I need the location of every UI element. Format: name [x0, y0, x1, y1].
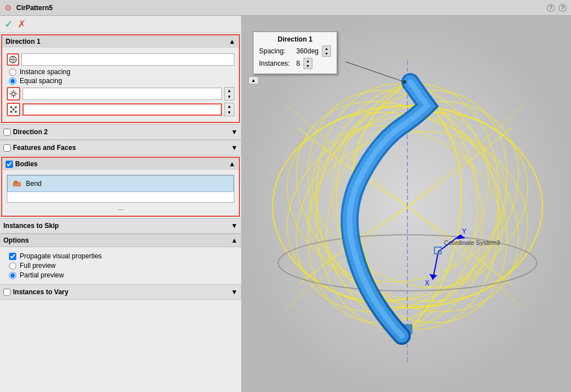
full-preview-radio[interactable]: [9, 262, 16, 270]
features-faces-label-row: Features and Faces: [3, 144, 76, 152]
svg-point-4: [15, 106, 17, 108]
instances-icon: [7, 103, 20, 116]
spacing-input[interactable]: 360.00deg: [22, 88, 222, 100]
direction1-header[interactable]: Direction 1 ▲: [2, 35, 239, 48]
svg-rect-9: [14, 181, 17, 183]
title-text: CirPattern5: [16, 4, 53, 12]
features-faces-section-header[interactable]: Features and Faces ▼: [0, 140, 241, 156]
bodies-title: Bodies: [15, 160, 38, 168]
body-item-bend[interactable]: Bend: [7, 175, 234, 192]
propagate-checkbox[interactable]: [9, 253, 16, 260]
partial-preview-label: Partial preview: [20, 271, 64, 279]
features-faces-title: Features and Faces: [13, 144, 76, 152]
equal-spacing-radio[interactable]: Equal spacing: [7, 77, 234, 85]
options-section-header[interactable]: Options ▲: [0, 234, 241, 247]
instances-vary-checkbox[interactable]: [3, 289, 11, 296]
cancel-button[interactable]: ✗: [17, 18, 26, 30]
direction1-section: Direction 1 ▲ Axis2: [1, 34, 240, 123]
popup-instances-row: Instances: 8 ▲ ▼: [259, 58, 331, 69]
toolbar: ✓ ✗: [0, 16, 241, 33]
direction-popup: Direction 1 Spacing: 360deg ▲ ▼ Instance…: [253, 31, 337, 74]
instance-spacing-radio[interactable]: Instance spacing: [7, 68, 234, 76]
title-bar: ⚙ CirPattern5 ? ?: [0, 0, 571, 16]
spacing-spinner-buttons: ▲ ▼: [224, 87, 234, 101]
svg-text:X: X: [425, 279, 429, 287]
direction1-content: Axis2 Instance spacing Equal spacing: [2, 48, 239, 122]
popup-instances-label: Instances:: [259, 60, 293, 67]
popup-spacing-label: Spacing:: [259, 47, 293, 55]
instance-spacing-label: Instance spacing: [20, 68, 70, 76]
axis-input[interactable]: Axis2: [21, 53, 234, 66]
popup-spacing-value: 360deg: [296, 47, 319, 55]
popup-instances-spinner: ▲ ▼: [303, 58, 312, 69]
direction1-collapse-icon: ▲: [229, 38, 235, 45]
instances-spinner-buttons: ▲ ▼: [224, 103, 234, 116]
popup-title: Direction 1: [259, 35, 331, 43]
popup-instances-up[interactable]: ▲: [304, 58, 312, 63]
popup-spacing-up[interactable]: ▲: [323, 46, 330, 51]
features-faces-checkbox[interactable]: [3, 144, 11, 152]
full-preview-row: Full preview: [9, 262, 232, 270]
options-content: Propagate visual properties Full preview…: [0, 247, 241, 284]
instances-skip-title: Instances to Skip: [3, 222, 59, 230]
direction1-title: Direction 1: [6, 38, 40, 45]
instances-down-button[interactable]: ▼: [225, 110, 234, 116]
svg-point-7: [12, 108, 15, 111]
svg-point-3: [10, 106, 12, 108]
popup-instances-down[interactable]: ▼: [304, 63, 312, 69]
instances-vary-title: Instances to Vary: [13, 288, 69, 296]
direction2-checkbox[interactable]: [3, 129, 11, 136]
spacing-down-button[interactable]: ▼: [225, 94, 234, 100]
partial-preview-radio[interactable]: [9, 272, 16, 279]
svg-point-5: [10, 111, 12, 113]
instances-vary-section-header[interactable]: Instances to Vary ▼: [0, 284, 241, 300]
direction2-section-header[interactable]: Direction 2 ▼: [0, 124, 241, 140]
instances-input[interactable]: 8: [22, 103, 222, 116]
vary-label-row: Instances to Vary: [3, 288, 69, 296]
bodies-checkbox[interactable]: [6, 161, 13, 168]
svg-text:Y: Y: [462, 227, 466, 235]
axis-input-row: Axis2: [7, 53, 234, 66]
body-icon: [11, 178, 22, 189]
bodies-content: Bend —: [2, 170, 239, 216]
features-faces-expand-icon: ▼: [231, 144, 238, 152]
body-list-scroll: —: [4, 205, 237, 213]
body-list: Bend: [7, 175, 234, 203]
body-name: Bend: [26, 180, 42, 188]
equal-spacing-label: Equal spacing: [20, 77, 62, 85]
right-panel: Direction 1 Spacing: 360deg ▲ ▼ Instance…: [242, 16, 571, 392]
collapse-arrow: ▲: [251, 78, 256, 83]
bodies-collapse-icon: ▲: [229, 160, 235, 168]
spacing-up-button[interactable]: ▲: [225, 88, 234, 94]
popup-spacing-row: Spacing: 360deg ▲ ▼: [259, 45, 331, 57]
instances-skip-section-header[interactable]: Instances to Skip ▼: [0, 218, 241, 234]
instances-up-button[interactable]: ▲: [225, 103, 234, 110]
main-container: ✓ ✗ Direction 1 ▲: [0, 16, 571, 392]
bodies-header[interactable]: Bodies ▲: [2, 158, 239, 170]
popup-spacing-spinner: ▲ ▼: [322, 45, 331, 57]
vary-expand-icon: ▼: [231, 288, 238, 296]
bodies-label-row: Bodies: [6, 160, 38, 168]
svg-point-37: [403, 80, 406, 84]
popup-instances-value: 8: [296, 60, 300, 67]
viewport-collapse-button[interactable]: ▲: [248, 76, 259, 84]
propagate-label: Propagate visual properties: [20, 252, 102, 260]
svg-point-6: [15, 111, 17, 113]
svg-text:Coordinate System3: Coordinate System3: [444, 239, 500, 246]
instances-row: 8 ▲ ▼: [7, 103, 234, 116]
spacing-row: 360.00deg ▲ ▼: [7, 87, 234, 101]
direction2-title: Direction 2: [13, 128, 48, 136]
partial-preview-row: Partial preview: [9, 271, 232, 279]
axis-icon: [7, 53, 19, 66]
options-collapse-icon: ▲: [231, 236, 238, 244]
full-preview-label: Full preview: [20, 262, 56, 270]
help-icon-1[interactable]: ?: [547, 4, 555, 12]
spacing-icon: [7, 87, 20, 101]
left-panel: ✓ ✗ Direction 1 ▲: [0, 16, 242, 392]
popup-spacing-down[interactable]: ▼: [323, 51, 330, 56]
direction2-label-row: Direction 2: [3, 128, 48, 136]
bodies-section: Bodies ▲ Bend —: [1, 157, 240, 217]
options-title: Options: [3, 236, 29, 244]
help-icon-2[interactable]: ?: [559, 4, 567, 12]
confirm-button[interactable]: ✓: [4, 18, 13, 30]
